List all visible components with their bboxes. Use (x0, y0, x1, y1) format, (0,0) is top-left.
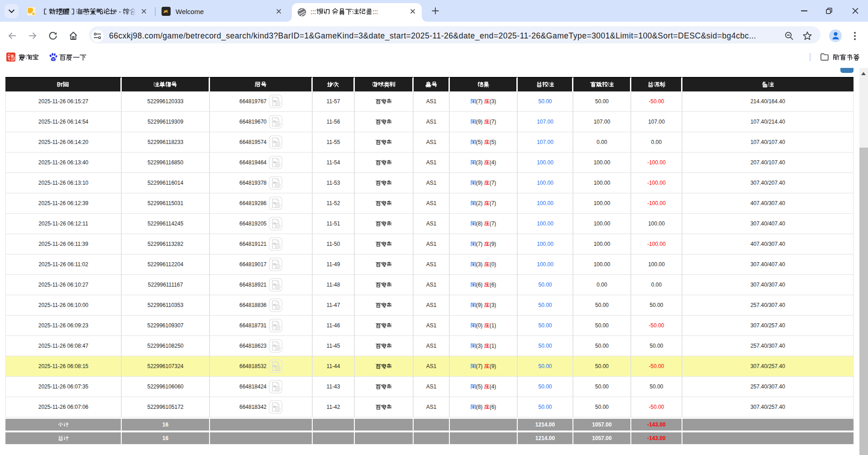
svg-text:du: du (52, 57, 55, 60)
